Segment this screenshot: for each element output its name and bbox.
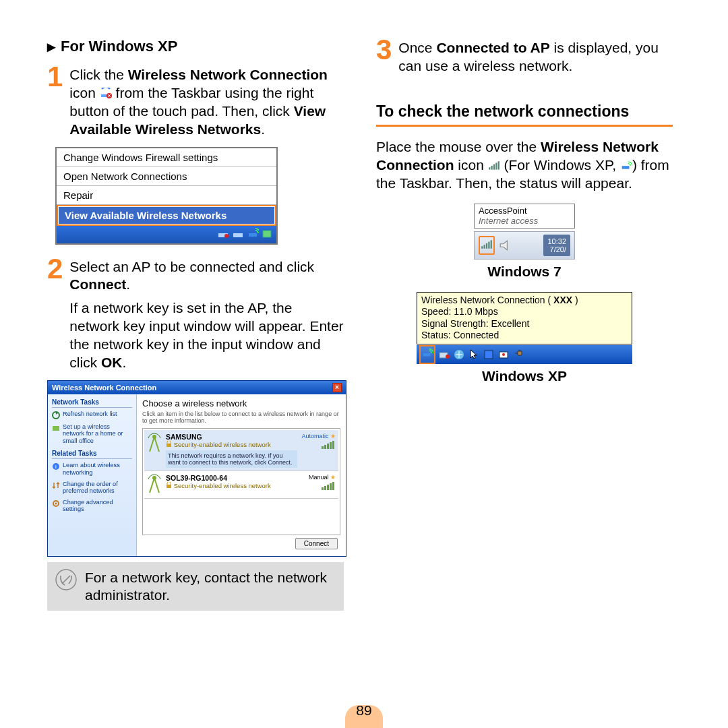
section-header: To check the network connections [376, 102, 673, 127]
svg-rect-30 [485, 351, 493, 359]
taskbar-tray [57, 226, 276, 243]
tooltip-line: Speed: 11.0 Mbps [421, 306, 628, 318]
right-column: 3 Once Connected to AP is displayed, you… [376, 38, 673, 611]
wifi-xp-on-icon [620, 156, 632, 166]
step-number: 3 [376, 38, 392, 75]
play-icon: ▶ [47, 40, 55, 53]
tooltip-line: Signal Strength: Excellent [421, 318, 628, 330]
tray-wifi-icon [247, 228, 259, 240]
ap-name: SAMSUNG [166, 433, 297, 441]
wifi7-icon [488, 156, 500, 166]
antenna-icon [147, 474, 162, 495]
heading-text: For Windows XP [61, 38, 177, 55]
svg-point-32 [502, 353, 505, 356]
svg-rect-26 [166, 485, 171, 488]
left-column: ▶ For Windows XP 1 Click the Wireless Ne… [47, 38, 344, 611]
tray-icon [217, 228, 229, 240]
tray-clock: 10:32 7/20/ [543, 235, 570, 256]
tray-icon [262, 228, 274, 240]
svg-point-28 [446, 355, 450, 359]
wireless-dialog: Wireless Network Connection × Network Ta… [47, 380, 346, 557]
ap-row[interactable]: SOL39-RG1000-64 Security-enabled wireles… [144, 471, 338, 499]
page-number: 89 [356, 702, 371, 719]
tooltip-line: Wireless Network Connection ( XXX ) [421, 295, 628, 307]
step-3: 3 Once Connected to AP is displayed, you… [376, 38, 673, 75]
winxp-tray [417, 345, 632, 364]
tray-icon[interactable] [497, 348, 510, 361]
tooltip-sub: Internet access [479, 216, 570, 226]
tray-plug-icon[interactable] [512, 348, 524, 361]
context-menu: Change Windows Firewall settings Open Ne… [55, 147, 278, 245]
signal-bars-icon [321, 482, 336, 491]
svg-rect-20 [53, 426, 59, 431]
svg-point-16 [224, 234, 229, 238]
step-1: 1 Click the Wireless Network Connection … [47, 65, 344, 139]
svg-text:i: i [55, 464, 57, 470]
lock-icon [166, 441, 172, 448]
caption-winxp: Windows XP [376, 368, 673, 384]
lock-icon [166, 482, 172, 489]
note-icon [55, 569, 77, 595]
sidebar-header: Network Tasks [52, 398, 132, 408]
svg-rect-25 [166, 444, 171, 447]
note-box: For a network key, contact the network a… [47, 562, 344, 611]
tray-icon[interactable] [453, 348, 465, 361]
win7-tray: 10:32 7/20/ [474, 231, 575, 260]
sidebar-header: Related Tasks [52, 450, 132, 459]
menu-item-view-networks[interactable]: View Available Wireless Networks [57, 205, 276, 226]
close-icon[interactable]: × [332, 383, 342, 392]
sidebar-item-refresh[interactable]: Refresh network list [52, 411, 132, 419]
tooltip: Wireless Network Connection ( XXX ) Spee… [417, 292, 632, 344]
tooltip-line: Status: Connected [421, 330, 628, 342]
sidebar-item-order[interactable]: Change the order of preferred networks [52, 481, 132, 495]
dialog-main: Choose a wireless network Click an item … [137, 394, 346, 556]
step-text: Click the Wireless Network Connection ic… [69, 65, 344, 139]
signal-bars-icon [321, 441, 336, 450]
step-text: Select an AP to be connected and click C… [69, 257, 344, 372]
svg-rect-18 [263, 231, 271, 237]
ap-name: SOL39-RG1000-64 [166, 474, 305, 482]
svg-rect-17 [233, 233, 243, 237]
dialog-title: Wireless Network Connection [52, 384, 156, 392]
tray-wifi-icon[interactable] [479, 236, 495, 255]
step-number: 1 [47, 65, 63, 139]
dialog-sidebar: Network Tasks Refresh network list Set u… [48, 394, 137, 556]
tray-icon[interactable] [483, 348, 495, 361]
tooltip-title: AccessPoint [479, 206, 570, 216]
win7-example: AccessPoint Internet access 10:32 7/20/ [474, 204, 575, 260]
sidebar-item-setup[interactable]: Set up a wireless network for a home or … [52, 423, 132, 445]
tray-icon[interactable] [438, 348, 450, 361]
sidebar-item-advanced[interactable]: Change advanced settings [52, 499, 132, 513]
main-subtext: Click an item in the list below to conne… [142, 411, 340, 424]
sidebar-item-learn[interactable]: iLearn about wireless networking [52, 462, 132, 476]
ap-mode: Manual ★ [309, 474, 336, 481]
caption-win7: Windows 7 [376, 264, 673, 280]
ap-desc: This network requires a network key. If … [166, 450, 297, 468]
tray-icon [232, 228, 244, 240]
dialog-titlebar: Wireless Network Connection × [48, 381, 346, 394]
antenna-icon [147, 433, 162, 468]
step-text: Once Connected to AP is displayed, you c… [398, 38, 673, 75]
star-icon: ★ [330, 433, 336, 439]
svg-point-24 [55, 502, 57, 504]
note-text: For a network key, contact the network a… [85, 569, 336, 605]
tray-speaker-icon[interactable] [499, 239, 511, 251]
menu-item-open-connections[interactable]: Open Network Connections [57, 167, 276, 186]
step-2: 2 Select an AP to be connected and click… [47, 257, 344, 372]
wifi-xp-icon [100, 85, 112, 94]
step-number: 2 [47, 257, 63, 372]
star-icon: ★ [330, 474, 336, 481]
section-heading: ▶ For Windows XP [47, 38, 344, 55]
main-header: Choose a wireless network [142, 398, 340, 408]
connect-button[interactable]: Connect [295, 538, 338, 549]
ap-list: SAMSUNG Security-enabled wireless networ… [142, 428, 340, 535]
menu-item-repair[interactable]: Repair [57, 186, 276, 205]
winxp-example: Wireless Network Connection ( XXX ) Spee… [417, 292, 632, 364]
ap-mode: Automatic ★ [301, 433, 336, 439]
tray-cursor-icon[interactable] [468, 348, 480, 361]
paragraph: Place the mouse over the Wireless Networ… [376, 138, 673, 193]
tray-wifi-icon[interactable] [419, 345, 435, 364]
ap-row[interactable]: SAMSUNG Security-enabled wireless networ… [144, 430, 338, 471]
menu-item-firewall[interactable]: Change Windows Firewall settings [57, 148, 276, 167]
tooltip: AccessPoint Internet access [474, 204, 575, 229]
